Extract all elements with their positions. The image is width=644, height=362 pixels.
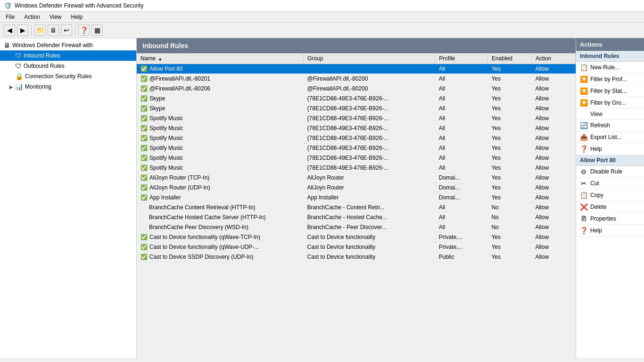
table-row[interactable]: ✅App InstallerApp InstallerDomai...YesAl… xyxy=(137,193,576,203)
action-icon: ❓ xyxy=(580,145,587,153)
table-row[interactable]: ✅Skype{78E1CD88-49E3-476E-B926-...AllYes… xyxy=(137,94,576,104)
action-item-filter-by-gro---[interactable]: 🔽Filter by Gro... xyxy=(576,97,644,109)
action-item-filter-by-prof---[interactable]: 🔽Filter by Prof... xyxy=(576,74,644,85)
toolbar-btn-console[interactable]: 🖥 xyxy=(48,25,59,36)
menu-item-view[interactable]: View xyxy=(46,13,66,21)
action-item-delete[interactable]: ❌Delete xyxy=(576,201,644,213)
table-row[interactable]: ✅Skype{78E1CD88-49E3-476E-B926-...AllYes… xyxy=(137,104,576,114)
table-row[interactable]: ✅Spotify Music{78E1CD88-49E3-476E-B926-.… xyxy=(137,143,576,153)
table-row[interactable]: ✅Spotify Music{78E1CD88-49E3-476E-B926-.… xyxy=(137,133,576,143)
action-icon: ❌ xyxy=(580,203,587,211)
tree-item-outbound[interactable]: 🛡Outbound Rules xyxy=(0,61,136,71)
rule-enabled-cell: No xyxy=(487,213,531,222)
action-icon: 🔽 xyxy=(580,87,587,95)
action-item-help[interactable]: ❓Help xyxy=(576,143,644,155)
table-row[interactable]: ✅AllJoyn Router (UDP-In)AllJoyn RouterDo… xyxy=(137,183,576,193)
action-label: New Rule... xyxy=(590,64,619,71)
table-row[interactable]: ✅Cast to Device functionality (qWave-UDP… xyxy=(137,242,576,252)
tree-item-root[interactable]: 🖥Windows Defender Firewall with xyxy=(0,40,136,50)
rule-enabled-icon: ✅ xyxy=(140,155,148,161)
action-item-cut[interactable]: ✂Cut xyxy=(576,178,644,189)
rule-group-cell: Cast to Device functionality xyxy=(304,252,435,262)
rule-name: Cast to Device functionality (qWave-TCP-… xyxy=(149,234,260,240)
action-item-refresh[interactable]: 🔄Refresh xyxy=(576,120,644,132)
rule-action-cell: Allow xyxy=(531,242,575,252)
rule-enabled-icon: ✅ xyxy=(140,184,148,191)
action-item-filter-by-stat---[interactable]: 🔽Filter by Stat... xyxy=(576,85,644,97)
toolbar-separator xyxy=(75,25,75,35)
col-header-name[interactable]: Name ▲ xyxy=(137,53,304,64)
rule-action-cell: Allow xyxy=(531,133,575,143)
rule-name-cell: BranchCache Content Retrieval (HTTP-In) xyxy=(137,203,304,213)
sort-arrow: ▲ xyxy=(158,57,162,61)
rule-enabled-cell: Yes xyxy=(487,114,531,123)
table-row[interactable]: ✅Cast to Device functionality (qWave-TCP… xyxy=(137,232,576,242)
rule-group-cell: BranchCache - Peer Discover... xyxy=(304,222,435,232)
action-item-copy[interactable]: 📋Copy xyxy=(576,189,644,201)
menu-bar: FileActionViewHelp xyxy=(0,12,644,23)
menu-item-file[interactable]: File xyxy=(2,13,18,21)
rule-name-cell: ✅Spotify Music xyxy=(137,133,304,143)
tree-item-connection[interactable]: 🔒Connection Security Rules xyxy=(0,71,136,82)
table-header-row: Name ▲ Group Profile Enabled Action xyxy=(137,53,576,64)
rules-table[interactable]: Name ▲ Group Profile Enabled Action ✅All… xyxy=(137,53,576,358)
action-label: Refresh xyxy=(590,122,610,129)
col-header-enabled[interactable]: Enabled xyxy=(487,53,531,64)
rule-action-cell: Allow xyxy=(531,153,575,163)
toolbar-btn-forward[interactable]: ▶ xyxy=(17,25,28,36)
action-item-disable-rule[interactable]: ⊖Disable Rule xyxy=(576,166,644,178)
menu-item-action[interactable]: Action xyxy=(20,13,43,21)
table-row[interactable]: ✅Spotify Music{78E1CD88-49E3-476E-B926-.… xyxy=(137,163,576,173)
rule-group-cell: BranchCache - Content Retri... xyxy=(304,203,435,213)
rule-name-cell: BranchCache Hosted Cache Server (HTTP-In… xyxy=(137,213,304,222)
toolbar-btn-import[interactable]: ↩ xyxy=(61,25,72,36)
rule-action-cell: Allow xyxy=(531,173,575,183)
table-row[interactable]: BranchCache Hosted Cache Server (HTTP-In… xyxy=(137,213,576,222)
rule-enabled-icon: ✅ xyxy=(140,244,148,250)
col-header-action[interactable]: Action xyxy=(531,53,575,64)
col-header-profile[interactable]: Profile xyxy=(435,53,488,64)
rule-name: Cast to Device functionality (qWave-UDP-… xyxy=(149,244,259,250)
rule-group-cell: BranchCache - Hosted Cache... xyxy=(304,213,435,222)
rule-enabled-cell: Yes xyxy=(487,232,531,242)
table-row[interactable]: ✅Spotify Music{78E1CD88-49E3-476E-B926-.… xyxy=(137,123,576,133)
rule-name: Spotify Music xyxy=(149,165,183,171)
col-header-group[interactable]: Group xyxy=(304,53,435,64)
tree-item-monitoring[interactable]: ▶📊Monitoring xyxy=(0,82,136,92)
toolbar-btn-up[interactable]: 📁 xyxy=(34,25,46,36)
table-row[interactable]: BranchCache Content Retrieval (HTTP-In)B… xyxy=(137,203,576,213)
toolbar-btn-help[interactable]: ❓ xyxy=(78,25,90,36)
table-row[interactable]: ✅Cast to Device SSDP Discovery (UDP-In)C… xyxy=(137,252,576,262)
action-item-view[interactable]: View xyxy=(576,109,644,120)
rule-group-cell: AllJoyn Router xyxy=(304,183,435,193)
table-row[interactable]: ✅Spotify Music{78E1CD88-49E3-476E-B926-.… xyxy=(137,153,576,163)
action-label: Export List... xyxy=(590,134,622,140)
action-item-properties[interactable]: 🖹Properties xyxy=(576,213,644,225)
toolbar-btn-options[interactable]: ▦ xyxy=(91,25,103,36)
table-row[interactable]: ✅AllJoyn Router (TCP-In)AllJoyn RouterDo… xyxy=(137,173,576,183)
rule-name: @FirewallAPI.dll,-80206 xyxy=(149,85,210,92)
tree-item-inbound[interactable]: 🛡Inbound Rules xyxy=(0,50,136,61)
rule-enabled-icon: ✅ xyxy=(140,105,148,112)
rule-name-cell: ✅Cast to Device functionality (qWave-UDP… xyxy=(137,242,304,252)
table-row[interactable]: ✅@FirewallAPI.dll,-80206@FirewallAPI.dll… xyxy=(137,84,576,94)
rule-enabled-icon: ✅ xyxy=(140,145,148,151)
rule-name: Spotify Music xyxy=(149,115,183,122)
action-item-new-rule---[interactable]: 📋New Rule... xyxy=(576,62,644,74)
action-label: Cut xyxy=(590,180,599,187)
rule-enabled-icon: ✅ xyxy=(140,135,148,141)
action-item-export-list---[interactable]: 📤Export List... xyxy=(576,132,644,143)
table-row[interactable]: ✅Allow Port 80AllYesAllow xyxy=(137,64,576,74)
rule-enabled-icon: ✅ xyxy=(140,165,148,171)
action-item-help[interactable]: ❓Help xyxy=(576,225,644,237)
tree-label-monitoring: Monitoring xyxy=(25,83,51,90)
table-row[interactable]: BranchCache Peer Discovery (WSD-In)Branc… xyxy=(137,222,576,232)
rule-profile-cell: All xyxy=(435,114,488,123)
table-row[interactable]: ✅Spotify Music{78E1CD88-49E3-476E-B926-.… xyxy=(137,114,576,123)
rule-name-cell: ✅Skype xyxy=(137,104,304,114)
menu-item-help[interactable]: Help xyxy=(67,13,87,21)
toolbar-btn-back[interactable]: ◀ xyxy=(4,25,15,36)
action-label: Copy xyxy=(590,192,603,198)
table-row[interactable]: ✅@FirewallAPI.dll,-80201@FirewallAPI.dll… xyxy=(137,74,576,84)
rule-profile-cell: Public xyxy=(435,252,488,262)
